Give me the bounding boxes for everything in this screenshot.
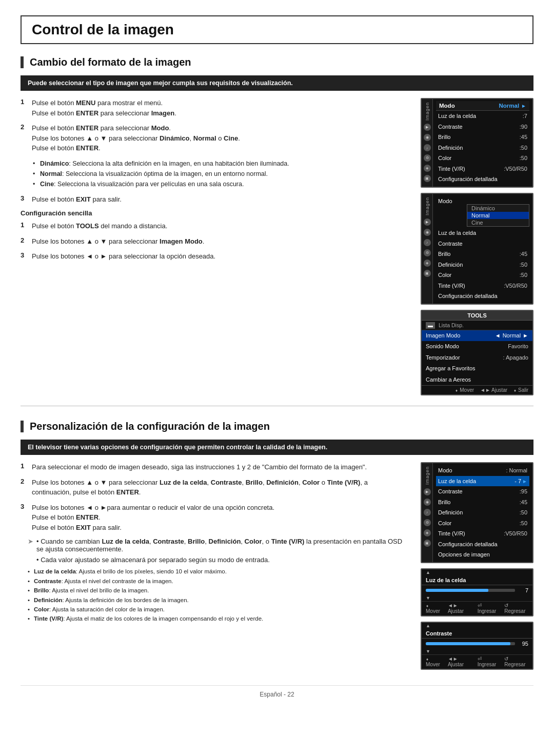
sub-step-2-text: Pulse los botones ▲ o ▼ para seleccionar… xyxy=(32,236,204,247)
tools-val-temp: : Apagado xyxy=(503,353,528,363)
sub-step-2-num: 2 xyxy=(21,236,28,244)
bullet-dinamico: Dinámico: Selecciona la alta definición … xyxy=(33,158,408,169)
section1-title: Cambio del formato de la imagen xyxy=(30,56,533,68)
sb-color: Color: Ajusta la saturación del color de… xyxy=(28,605,408,614)
page-title-box: Control de la imagen xyxy=(21,15,533,44)
tools-row-favoritos: Agregar a Favoritos xyxy=(422,363,532,374)
osd2-normal-selected: Normal xyxy=(467,212,529,219)
s2-step-2-text: Pulse los botones ▲ o ▼ para seleccionar… xyxy=(32,478,408,498)
osd1-sidebar-label: Imagen xyxy=(425,102,430,121)
osd-main-tinte: Tinte (V/R) :V50/R50 xyxy=(436,528,529,539)
note-2-text: • Cada valor ajustado se almacenará por … xyxy=(36,556,270,564)
tools-label-aereos: Cambiar a Aereos xyxy=(426,375,471,385)
slf-mover: ⬧ Mover xyxy=(426,603,443,614)
tools-row-temp: Temporizador : Apagado xyxy=(422,352,532,364)
osd2-icon-1: ▶ xyxy=(424,218,431,226)
slider-contraste-down-arrow: ▼ xyxy=(426,649,430,654)
osd2-row-definicion: Definición :50 xyxy=(436,260,529,270)
slider-contraste-bar: 95 xyxy=(422,639,532,649)
tools-label-imagen: Imagen Modo xyxy=(426,331,460,341)
tools-footer-ajustar: ◄► Ajustar xyxy=(480,387,507,393)
section2: Personalización de la configuración de l… xyxy=(21,421,533,670)
slider-contraste-arrows-top: ▲ xyxy=(422,623,532,629)
step-1-num: 1 xyxy=(21,98,28,106)
step-3-num: 3 xyxy=(21,194,28,202)
section2-title: Personalización de la configuración de l… xyxy=(30,421,533,432)
osd1-icon-4: ⚙ xyxy=(424,154,431,162)
osd1-row-tinte: Tinte (V/R) :V50/R50 xyxy=(436,164,529,174)
osd-main-brillo: Brillo :45 xyxy=(436,497,529,508)
page-footer: Español - 22 xyxy=(21,685,533,698)
slider-luz-footer: ⬧ Mover ◄► Ajustar ⏎ Ingresar ↺ Regresar xyxy=(422,601,532,615)
osd-main-icon-5: ◈ xyxy=(424,529,431,536)
tools-label-favoritos: Agregar a Favoritos xyxy=(426,364,476,373)
osd1-icon-3: ♪ xyxy=(424,144,431,151)
osd-main-opciones: Opciones de imagen xyxy=(436,549,529,560)
osd1-row-brillo: Brillo :45 xyxy=(436,132,529,143)
note-1-text: • Cuando se cambian Luz de la celda, Con… xyxy=(36,538,408,553)
sub-step-3-text: Pulse los botones ◄ o ► para seleccionar… xyxy=(32,251,215,262)
s2-step-1-num: 1 xyxy=(21,462,28,470)
tools-footer-mover: ⬧ Mover xyxy=(455,387,474,393)
small-bullets-list: Luz de la celda: Ajusta el brillo de los… xyxy=(28,567,408,623)
section1-content: 1 Pulse el botón MENU para mostrar el me… xyxy=(21,98,533,395)
slider-contraste-down-area: ▼ xyxy=(422,649,532,654)
osd2-row-contraste: Contraste xyxy=(436,238,529,249)
tools-row-imagen: Imagen Modo ◄ Normal ► xyxy=(422,330,532,342)
tools-row-sonido: Sonido Modo Favorito xyxy=(422,341,532,352)
slider-luz-title-text: Luz de la celda xyxy=(426,577,466,583)
slf-ingresar: ⏎ Ingresar xyxy=(478,603,500,614)
tools-lista-label: Lista Disp. xyxy=(439,322,464,328)
osd2-row-config: Configuración detallada xyxy=(436,291,529,302)
slider-luz-osd: ▲ Luz de la celda 7 ▼ ⬧ Mover ◄► Ajustar xyxy=(421,568,533,616)
osd2-row-tinte: Tinte (V/R) :V50/R50 xyxy=(436,281,529,291)
osd2-cine: Cine xyxy=(467,219,529,226)
slider-luz-fill xyxy=(426,589,488,592)
osd2-dinamico: Dinámico xyxy=(467,205,529,212)
step-1: 1 Pulse el botón MENU para mostrar el me… xyxy=(21,98,408,118)
step-3-text: Pulse el botón EXIT para salir. xyxy=(32,194,122,205)
osd2-content: Modo Dinámico Normal Cine Luz de la celd… xyxy=(433,194,532,304)
osd1-icon-1: ▶ xyxy=(424,124,431,131)
osd-screen-1: Imagen ▶ ◉ ♪ ⚙ ◈ ▣ Modo Normal ► Luz de … xyxy=(421,98,533,188)
sub-step-3-num: 3 xyxy=(21,251,28,259)
step-2: 2 Pulse el botón ENTER para seleccionar … xyxy=(21,123,408,153)
note-arrow-icon: ➤ xyxy=(28,538,33,553)
scf-regresar: ↺ Regresar xyxy=(504,656,528,667)
s2-step-1-text: Para seleccionar el modo de imagen desea… xyxy=(32,462,367,472)
section1-bullets: Dinámico: Selecciona la alta definición … xyxy=(33,158,408,189)
osd1-icon-5: ◈ xyxy=(424,165,431,172)
osd1-title-label: Modo xyxy=(439,103,455,109)
osd2-row-luz: Luz de la celda xyxy=(436,228,529,238)
tools-footer-salir: ⬧ Salir xyxy=(513,387,528,393)
osd-main-icon-4: ⚙ xyxy=(424,519,431,526)
step-1-text: Pulse el botón MENU para mostrar el menú… xyxy=(32,98,176,118)
slider-luz-title: Luz de la celda xyxy=(422,575,532,585)
osd1-row-contraste: Contraste :90 xyxy=(436,122,529,132)
bullet-normal: Normal: Selecciona la visualización ópti… xyxy=(33,169,408,179)
osd-main-icon-2: ◉ xyxy=(424,499,431,506)
osd2-row-color: Color :50 xyxy=(436,270,529,281)
note-2: ➤ • Cada valor ajustado se almacenará po… xyxy=(28,556,408,564)
slider-luz-track xyxy=(426,589,515,592)
osd2-sidebar-label: Imagen xyxy=(425,197,430,215)
section1-alert: Puede seleccionar el tipo de imagen que … xyxy=(21,75,533,91)
slider-luz-bar: 7 xyxy=(422,585,532,595)
osd1-sidebar: Imagen ▶ ◉ ♪ ⚙ ◈ ▣ xyxy=(422,99,433,187)
osd-main-icon-3: ♪ xyxy=(424,509,431,516)
sb-brillo: Brillo: Ajusta el nivel del brillo de la… xyxy=(28,586,408,595)
slider-luz-down-arrow: ▼ xyxy=(426,595,430,601)
sub-step-2: 2 Pulse los botones ▲ o ▼ para seleccion… xyxy=(21,236,408,247)
section1-left: 1 Pulse el botón MENU para mostrar el me… xyxy=(21,98,408,395)
tools-lista: ▬ Lista Disp. xyxy=(422,321,532,330)
section-divider xyxy=(21,406,533,406)
osd1-content: Modo Normal ► Luz de la celda :7 Contras… xyxy=(433,99,532,187)
slider-luz-value: 7 xyxy=(518,587,528,593)
section2-right: Imagen ▶ ◉ ♪ ⚙ ◈ ▣ Modo : Normal Luz de … xyxy=(421,462,533,670)
tools-imagen-value: ◄ Normal ► xyxy=(495,331,528,341)
s2-step-3-num: 3 xyxy=(21,503,28,510)
section1-header: Cambio del formato de la imagen xyxy=(21,56,533,68)
sb-definicion: Definición: Ajusta la definición de los … xyxy=(28,595,408,605)
tools-header: TOOLS xyxy=(422,311,532,321)
osd2-row-brillo: Brillo :45 xyxy=(436,249,529,260)
